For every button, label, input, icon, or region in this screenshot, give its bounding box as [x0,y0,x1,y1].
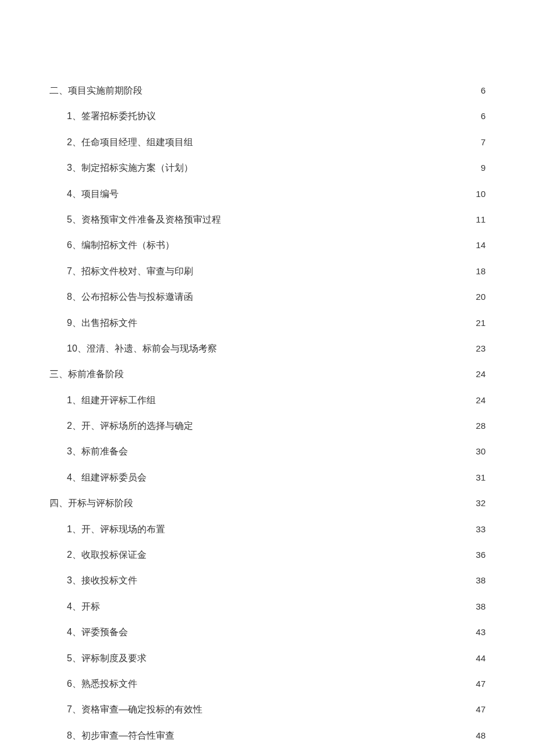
toc-item-label: 5、资格预审文件准备及资格预审过程 [49,213,221,226]
toc-item: 9、出售招标文件 21 [49,317,486,329]
toc-page-number: 20 [472,291,486,303]
toc-item: 8、初步审查—符合性审查 48 [49,729,486,742]
toc-section-heading: 四、开标与评标阶段 32 [49,497,486,510]
toc-item: 4、组建评标委员会 31 [49,471,486,484]
toc-item: 3、接收投标文件 38 [49,574,486,587]
toc-section-heading: 二、项目实施前期阶段 6 [49,84,486,97]
toc-item: 4、项目编号 10 [49,188,486,200]
toc-item-label: 2、收取投标保证金 [49,549,147,561]
toc-item: 1、开、评标现场的布置 33 [49,523,486,536]
toc-item: 1、组建开评标工作组 24 [49,394,486,407]
toc-page-number: 31 [472,471,486,483]
toc-section-label: 二、项目实施前期阶段 [49,84,142,97]
toc-item-label: 4、项目编号 [49,188,119,200]
toc-item-label: 9、出售招标文件 [49,317,137,329]
toc-page-number: 24 [472,394,486,406]
toc-item: 4、开标 38 [49,600,486,613]
toc-item: 8、公布招标公告与投标邀请函 20 [49,291,486,303]
toc-item: 5、资格预审文件准备及资格预审过程 11 [49,213,486,226]
toc-section-label: 四、开标与评标阶段 [49,497,133,510]
toc-page-number: 32 [472,497,486,509]
toc-item-label: 6、编制招标文件（标书） [49,239,174,252]
toc-item-label: 4、评委预备会 [49,626,128,639]
toc-item-label: 2、开、评标场所的选择与确定 [49,420,193,432]
toc-section-label: 三、标前准备阶段 [49,368,124,381]
toc-page-number: 38 [472,600,486,612]
toc-page-number: 10 [472,188,486,200]
toc-item-label: 3、接收投标文件 [49,574,137,587]
toc-item-label: 6、熟悉投标文件 [49,678,137,690]
toc-item-label: 4、组建评标委员会 [49,471,147,484]
toc-item-label: 3、标前准备会 [49,445,128,458]
toc-page-number: 48 [472,729,486,741]
toc-page-number: 18 [472,265,486,277]
toc-page-number: 36 [472,549,486,561]
toc-item-label: 10、澄清、补遗、标前会与现场考察 [49,342,217,355]
toc-page-number: 23 [472,342,486,354]
toc-item-label: 1、签署招标委托协议 [49,110,156,123]
toc-item: 6、熟悉投标文件 47 [49,678,486,690]
toc-item-label: 4、开标 [49,600,100,613]
toc-page-number: 28 [472,420,486,432]
toc-item: 3、制定招标实施方案（计划） 9 [49,162,486,174]
toc-page-number: 6 [472,84,486,96]
toc-item: 5、评标制度及要求 44 [49,652,486,665]
toc-section-heading: 三、标前准备阶段 24 [49,368,486,381]
toc-item: 2、收取投标保证金 36 [49,549,486,561]
toc-page-number: 30 [472,445,486,457]
toc-item-label: 1、组建开评标工作组 [49,394,156,407]
toc-item: 10、澄清、补遗、标前会与现场考察 23 [49,342,486,355]
toc-item: 2、开、评标场所的选择与确定 28 [49,420,486,432]
toc-page-number: 44 [472,652,486,664]
toc-item-label: 8、公布招标公告与投标邀请函 [49,291,193,303]
toc-item-label: 7、招标文件校对、审查与印刷 [49,265,193,278]
toc-item: 7、资格审查—确定投标的有效性 47 [49,703,486,716]
toc-item-label: 5、评标制度及要求 [49,652,147,665]
toc-item-label: 7、资格审查—确定投标的有效性 [49,703,202,716]
toc-item: 1、签署招标委托协议 6 [49,110,486,123]
toc-page-number: 38 [472,574,486,586]
toc-item-label: 2、任命项目经理、组建项目组 [49,136,193,149]
toc-page-number: 21 [472,317,486,329]
toc-item: 7、招标文件校对、审查与印刷 18 [49,265,486,278]
toc-item: 2、任命项目经理、组建项目组 7 [49,136,486,149]
toc-page-number: 33 [472,523,486,535]
toc-page-number: 14 [472,239,486,251]
toc-page-number: 24 [472,368,486,380]
toc-page: 二、项目实施前期阶段 6 1、签署招标委托协议 6 2、任命项目经理、组建项目组… [0,0,535,756]
toc-item: 3、标前准备会 30 [49,445,486,458]
toc-item: 4、评委预备会 43 [49,626,486,639]
toc-page-number: 47 [472,678,486,690]
toc-page-number: 6 [472,110,486,122]
toc-page-number: 11 [472,213,486,225]
toc-item-label: 8、初步审查—符合性审查 [49,729,174,742]
toc-item-label: 3、制定招标实施方案（计划） [49,162,193,174]
toc-page-number: 7 [472,136,486,148]
toc-page-number: 47 [472,703,486,715]
toc-page-number: 9 [472,162,486,174]
toc-item: 6、编制招标文件（标书） 14 [49,239,486,252]
toc-page-number: 43 [472,626,486,638]
toc-item-label: 1、开、评标现场的布置 [49,523,165,536]
